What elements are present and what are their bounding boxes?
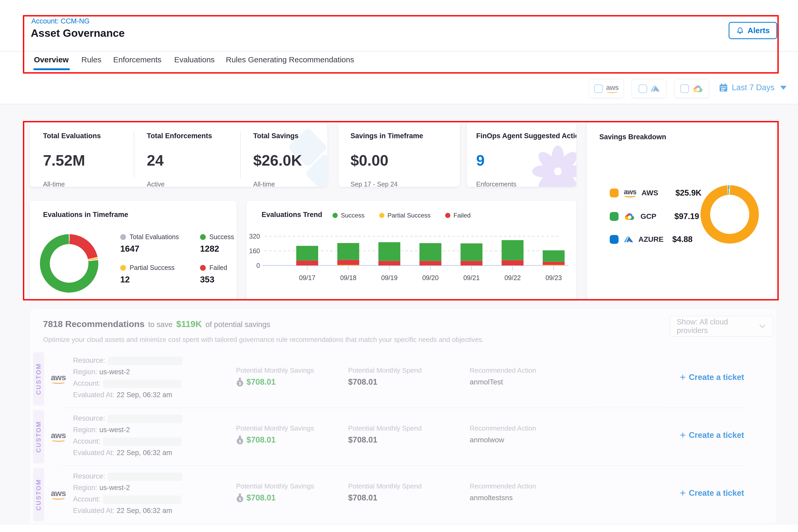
aws-logo-icon: aws [606, 84, 619, 93]
gcp-filter-toggle[interactable] [674, 79, 709, 98]
aws-color-swatch [610, 189, 619, 197]
redacted-account-value [103, 495, 181, 504]
red-dot-icon [200, 265, 206, 271]
column-divider [134, 131, 134, 178]
gcp-logo-icon [692, 84, 704, 93]
evaluations-in-timeframe-card: Evaluations in Timeframe Total Evaluatio… [30, 201, 236, 300]
svg-text:$: $ [239, 439, 241, 443]
recommended-action-value: anmolwow [470, 436, 504, 444]
aws-filter-toggle[interactable]: aws [589, 79, 624, 98]
plus-icon: + [680, 430, 686, 441]
savings-timeframe-value: $0.00 [350, 152, 423, 169]
page-title: Asset Governance [31, 27, 125, 39]
finops-agent-label: FinOps Agent Suggested Actions [476, 132, 576, 140]
svg-text:09/19: 09/19 [381, 274, 398, 281]
evaluations-timeframe-title: Evaluations in Timeframe [43, 211, 128, 219]
gray-dot-icon [120, 234, 126, 240]
total-savings-sub: All-time [253, 180, 302, 187]
evaluations-trend-card: Evaluations Trend Success Partial Succes… [246, 201, 576, 300]
total-enforcements-sub: Active [147, 180, 212, 187]
recommendations-section: 7818 Recommendations to save $119K of po… [30, 309, 776, 524]
azure-legend-value: $4.88 [672, 235, 692, 244]
gcp-checkbox[interactable] [680, 84, 689, 93]
active-tab-indicator [33, 68, 70, 70]
recommendation-row: CUSTOM aws Resource: Region:us-west-2 Ac… [30, 467, 776, 524]
svg-text:$: $ [239, 381, 241, 386]
date-range-selector[interactable]: Last 7 Days [719, 83, 786, 92]
breakdown-legend-aws: aws AWS $25.9K [610, 188, 702, 198]
redacted-resource-value [108, 415, 182, 423]
svg-text:$: $ [239, 497, 241, 501]
account-breadcrumb-link[interactable]: Account: CCM-NG [31, 17, 90, 25]
azure-logo-icon [624, 235, 633, 243]
total-evaluations-label: Total Evaluations [43, 132, 101, 140]
legend-total-evaluations: Total Evaluations 1647 [120, 233, 179, 254]
date-range-label: Last 7 Days [732, 83, 775, 92]
money-bag-icon: $ [236, 493, 244, 502]
alerts-button[interactable]: Alerts [729, 22, 777, 39]
cloud-provider-filter-dropdown[interactable]: Show: All cloud providers [669, 316, 773, 337]
gcp-legend-value: $97.19 [674, 212, 699, 221]
azure-legend-label: AZURE [639, 235, 667, 244]
calendar-icon [719, 83, 728, 92]
summary-stats-card: Total Evaluations 7.52M All-time Total E… [30, 122, 327, 187]
aws-legend-label: AWS [642, 189, 670, 197]
gcp-legend-label: GCP [641, 212, 669, 221]
monthly-spend-value: $708.01 [348, 493, 377, 502]
chevron-down-icon [780, 86, 786, 90]
custom-tag: CUSTOM [33, 352, 44, 405]
breakdown-legend-azure: AZURE $4.88 [610, 235, 692, 244]
tab-rules-generating-recommendations[interactable]: Rules Generating Recommendations [226, 55, 354, 64]
finops-agent-sub: Enforcements [476, 180, 576, 187]
monthly-savings-value: $ $708.01 [236, 435, 276, 445]
alerts-button-label: Alerts [747, 26, 770, 35]
column-divider [240, 131, 241, 178]
money-bag-icon: $ [236, 435, 244, 445]
evaluations-trend-bar-chart: 016032009/1709/1809/1909/2009/2109/2209/… [246, 201, 576, 300]
azure-color-swatch [610, 235, 619, 244]
header-divider [0, 51, 798, 52]
gcp-logo-icon [624, 212, 635, 221]
legend-failed: Failed 353 [200, 264, 227, 285]
tab-rules[interactable]: Rules [81, 55, 101, 64]
create-ticket-button[interactable]: +Create a ticket [680, 372, 744, 383]
redacted-resource-value [108, 473, 182, 481]
recommended-action-value: anmolTest [470, 378, 503, 386]
total-enforcements-value: 24 [147, 152, 212, 169]
svg-text:09/18: 09/18 [340, 274, 357, 281]
aws-legend-value: $25.9K [676, 188, 702, 198]
redacted-account-value [103, 438, 181, 446]
donut-hole [50, 244, 89, 283]
recommendations-subtitle: Optimize your cloud assets and minimize … [43, 336, 484, 344]
aws-logo-icon: aws [51, 373, 66, 384]
gcp-color-swatch [610, 212, 619, 221]
row-divider [61, 407, 744, 408]
chevron-down-icon [759, 324, 766, 328]
total-savings-label: Total Savings [253, 132, 302, 140]
azure-checkbox[interactable] [639, 84, 647, 93]
recommended-action-value: anmoltestsns [470, 494, 513, 502]
tab-overview[interactable]: Overview [34, 55, 69, 64]
aws-checkbox[interactable] [594, 84, 603, 93]
row-divider [61, 466, 744, 466]
tab-evaluations[interactable]: Evaluations [174, 55, 215, 64]
create-ticket-button[interactable]: +Create a ticket [680, 430, 744, 441]
breakdown-legend-gcp: GCP $97.19 [610, 212, 699, 221]
azure-filter-toggle[interactable] [632, 79, 667, 98]
svg-text:160: 160 [249, 247, 260, 254]
plus-icon: + [680, 372, 686, 383]
tab-enforcements[interactable]: Enforcements [113, 55, 162, 64]
legend-success: Success 1282 [200, 233, 234, 254]
savings-breakdown-donut-chart [701, 185, 759, 244]
cloud-provider-filter-group: aws [589, 79, 709, 98]
total-evaluations-value: 7.52M [43, 152, 101, 169]
annotation-rectangle-header [23, 15, 779, 74]
recommendation-row: CUSTOM aws Resource: Region:us-west-2 Ac… [30, 408, 776, 466]
evaluations-donut-chart [40, 234, 98, 292]
svg-text:09/20: 09/20 [422, 274, 439, 281]
aws-logo-icon: aws [51, 489, 66, 500]
create-ticket-button[interactable]: +Create a ticket [680, 488, 744, 499]
total-savings-value: $26.0K [253, 152, 302, 169]
savings-timeframe-label: Savings in Timeframe [350, 132, 423, 140]
yellow-dot-icon [120, 265, 126, 271]
